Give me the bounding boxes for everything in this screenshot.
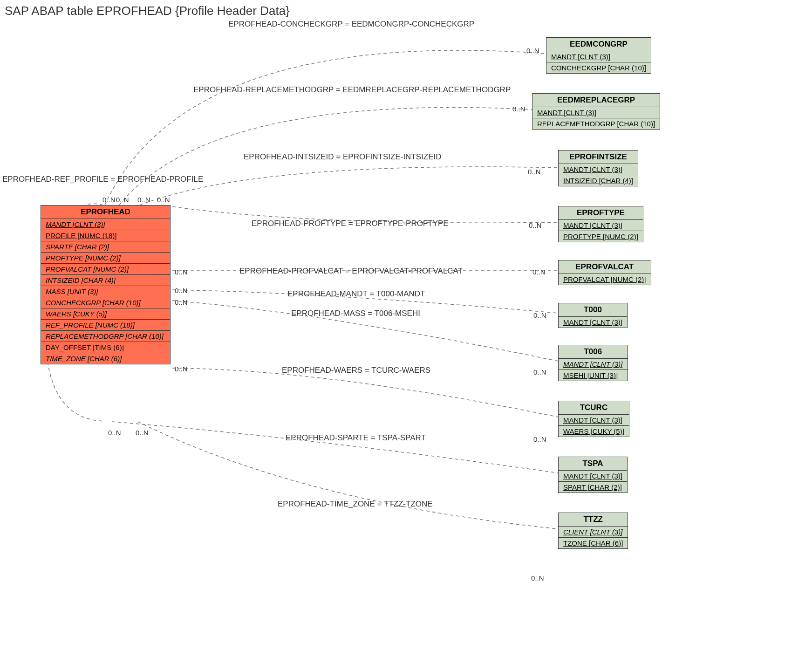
entity-field: PROFTYPE [NUMC (2)]: [41, 253, 170, 264]
relation-label: EPROFHEAD-PROFVALCAT = EPROFVALCAT-PROFV…: [239, 267, 463, 276]
entity-t006: T006MANDT [CLNT (3)]MSEHI [UNIT (3)]: [558, 345, 628, 381]
entity-field: MSEHI [UNIT (3)]: [559, 370, 628, 381]
entity-eedmcongrp: EEDMCONGRPMANDT [CLNT (3)]CONCHECKGRP [C…: [546, 37, 651, 74]
entity-field: REF_PROFILE [NUMC (18)]: [41, 320, 170, 331]
entity-field: MASS [UNIT (3)]: [41, 286, 170, 297]
entity-t000: T000MANDT [CLNT (3)]: [558, 303, 628, 328]
entity-field: MANDT [CLNT (3)]: [559, 317, 627, 328]
cardinality-dst: 0..N: [532, 268, 546, 276]
entity-eprofvalcat: EPROFVALCATPROFVALCAT [NUMC (2)]: [558, 260, 651, 285]
entity-header: EEDMREPLACEGRP: [532, 94, 660, 107]
entity-field: DAY_OFFSET [TIMS (6)]: [41, 342, 170, 353]
cardinality-dst: 0..N: [526, 47, 539, 55]
cardinality-dst: 0..N: [533, 368, 546, 376]
entity-header: EEDMCONGRP: [546, 38, 651, 51]
relation-label: EPROFHEAD-WAERS = TCURC-WAERS: [282, 366, 430, 375]
relation-label: EPROFHEAD-INTSIZEID = EPROFINTSIZE-INTSI…: [244, 152, 442, 162]
entity-field: MANDT [CLNT (3)]: [559, 164, 638, 175]
cardinality-src: 0..N: [137, 196, 150, 204]
entity-eprofhead: EPROFHEAD MANDT [CLNT (3)]PROFILE [NUMC …: [41, 205, 171, 364]
entity-field: PROFVALCAT [NUMC (2)]: [41, 264, 170, 275]
entity-header: T000: [559, 303, 627, 317]
cardinality-src: 0..N: [136, 429, 149, 437]
entity-field: CLIENT [CLNT (3)]: [559, 527, 628, 538]
entity-eedmreplacegrp: EEDMREPLACEGRPMANDT [CLNT (3)]REPLACEMET…: [532, 93, 660, 130]
entity-field: MANDT [CLNT (3)]: [41, 219, 170, 230]
entity-ttzz: TTZZCLIENT [CLNT (3)]TZONE [CHAR (6)]: [558, 513, 628, 549]
relation-label: EPROFHEAD-MASS = T006-MSEHI: [291, 309, 420, 318]
relation-label: EPROFHEAD-REPLACEMETHODGRP = EEDMREPLACE…: [193, 85, 511, 95]
entity-eproftype: EPROFTYPEMANDT [CLNT (3)]PROFTYPE [NUMC …: [558, 206, 643, 242]
entity-field: INTSIZEID [CHAR (4)]: [41, 275, 170, 286]
entity-field: CONCHECKGRP [CHAR (10)]: [41, 297, 170, 308]
entity-field: WAERS [CUKY (5)]: [559, 426, 629, 437]
entity-field: REPLACEMETHODGRP [CHAR (10)]: [532, 118, 660, 129]
entity-tcurc: TCURCMANDT [CLNT (3)]WAERS [CUKY (5)]: [558, 401, 629, 437]
entity-header: TCURC: [559, 401, 629, 415]
entity-field: MANDT [CLNT (3)]: [559, 471, 627, 482]
entity-field: MANDT [CLNT (3)]: [559, 220, 643, 231]
relation-label: EPROFHEAD-TIME_ZONE = TTZZ-TZONE: [278, 499, 433, 509]
entity-header: TSPA: [559, 457, 627, 471]
entity-field: TIME_ZONE [CHAR (6)]: [41, 353, 170, 364]
entity-field: SPARTE [CHAR (2)]: [41, 241, 170, 253]
entity-field: INTSIZEID [CHAR (4)]: [559, 175, 638, 186]
cardinality-src: 0..N: [116, 196, 129, 204]
entity-eprofintsize: EPROFINTSIZEMANDT [CLNT (3)]INTSIZEID [C…: [558, 150, 638, 186]
entity-field: WAERS [CUKY (5)]: [41, 308, 170, 320]
relation-label: EPROFHEAD-MANDT = T000-MANDT: [287, 289, 425, 299]
cardinality-dst: 0..N: [512, 105, 525, 113]
entity-field: MANDT [CLNT (3)]: [559, 359, 628, 370]
relation-label: EPROFHEAD-PROFTYPE = EPROFTYPE-PROFTYPE: [252, 219, 449, 228]
cardinality-src: 0..N: [175, 268, 188, 276]
cardinality-src: 0..N: [175, 365, 188, 373]
cardinality-src: 0..N: [157, 196, 170, 204]
cardinality-src: 0..N: [102, 196, 116, 204]
entity-header: TTZZ: [559, 513, 628, 527]
entity-field: PROFTYPE [NUMC (2)]: [559, 231, 643, 242]
cardinality-dst: 0..N: [533, 435, 546, 443]
entity-field: PROFVALCAT [NUMC (2)]: [559, 274, 651, 285]
entity-header: EPROFHEAD: [41, 205, 170, 219]
entity-header: EPROFVALCAT: [559, 260, 651, 274]
cardinality-src: 0..N: [175, 287, 188, 294]
relation-label: EPROFHEAD-CONCHECKGRP = EEDMCONGRP-CONCH…: [228, 20, 474, 29]
entity-field: MANDT [CLNT (3)]: [546, 51, 651, 62]
cardinality-dst: 0..N: [531, 574, 544, 582]
cardinality-dst: 0..N: [533, 311, 546, 319]
entity-header: T006: [559, 345, 628, 359]
cardinality-src: 0..N: [175, 298, 188, 306]
entity-field: SPART [CHAR (2)]: [559, 482, 627, 493]
page-title: SAP ABAP table EPROFHEAD {Profile Header…: [5, 4, 290, 18]
relation-label: EPROFHEAD-SPARTE = TSPA-SPART: [286, 433, 426, 443]
entity-header: EPROFINTSIZE: [559, 151, 638, 164]
cardinality-dst: 0..N: [529, 221, 542, 229]
entity-field: REPLACEMETHODGRP [CHAR (10)]: [41, 331, 170, 342]
entity-field: PROFILE [NUMC (18)]: [41, 230, 170, 241]
entity-field: CONCHECKGRP [CHAR (10)]: [546, 62, 651, 73]
entity-field: MANDT [CLNT (3)]: [559, 415, 629, 426]
entity-field: MANDT [CLNT (3)]: [532, 107, 660, 118]
entity-header: EPROFTYPE: [559, 206, 643, 220]
self-ref-label: EPROFHEAD-REF_PROFILE = EPROFHEAD-PROFIL…: [2, 175, 203, 184]
cardinality-dst: 0..N: [528, 168, 541, 176]
entity-field: TZONE [CHAR (6)]: [559, 538, 628, 548]
entity-tspa: TSPAMANDT [CLNT (3)]SPART [CHAR (2)]: [558, 457, 628, 493]
cardinality-src: 0..N: [108, 429, 121, 437]
